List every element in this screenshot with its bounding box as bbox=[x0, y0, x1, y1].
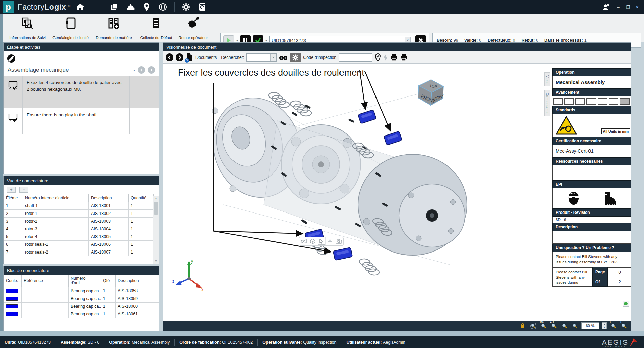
documents-icon[interactable]: 3 bbox=[186, 53, 193, 62]
view-cube[interactable]: TOP FRONT RIGHT bbox=[413, 73, 450, 108]
operator-feedback-button[interactable]: Retour opérateur bbox=[172, 17, 215, 40]
spin-up-icon[interactable]: ▲ bbox=[602, 323, 606, 326]
column-header[interactable]: Éléme... bbox=[4, 194, 23, 202]
hardhat-icon[interactable] bbox=[126, 3, 135, 11]
scroll-down-arrow[interactable]: ▼ bbox=[153, 258, 159, 264]
table-row[interactable]: Bearing cap ca...1AIS-18059 bbox=[4, 295, 159, 303]
no-entry-icon[interactable] bbox=[7, 54, 16, 63]
device-sync-icon[interactable] bbox=[198, 3, 207, 11]
page-label: Page bbox=[592, 267, 608, 277]
column-header[interactable]: Référence bbox=[22, 275, 69, 287]
scroll-up-arrow[interactable]: ▲ bbox=[153, 196, 159, 201]
inspection-pin-icon[interactable] bbox=[375, 53, 381, 62]
document-canvas[interactable]: Fixer les couvercles des douilles de rou… bbox=[163, 64, 631, 318]
isometric-cube-icon[interactable] bbox=[308, 237, 317, 245]
zoom-in-step-icon[interactable]: ++ bbox=[620, 322, 628, 329]
table-row[interactable]: 1shaft-1AIS-180011 bbox=[4, 202, 154, 210]
step-group-row[interactable]: Assemblage mecanique ▾ bbox=[4, 64, 159, 76]
activity-row[interactable]: Ensure there is no play in the shaft bbox=[4, 108, 159, 134]
column-header[interactable]: Quantité bbox=[129, 194, 154, 202]
home-icon[interactable] bbox=[76, 3, 85, 11]
zoom-spinner[interactable]: ▲▼ bbox=[602, 322, 607, 329]
zoom-all-icon[interactable]: ALL bbox=[550, 322, 558, 329]
activity-row[interactable]: Fixez les 4 couvercles de douille de pal… bbox=[4, 76, 159, 108]
resources-value bbox=[552, 165, 631, 180]
table-row[interactable]: 5rotor-4AIS-180051 bbox=[4, 233, 154, 241]
table-row[interactable]: 2rotor-1AIS-180021 bbox=[4, 210, 154, 218]
print-preview-icon[interactable] bbox=[400, 54, 407, 61]
column-header[interactable]: Coule... bbox=[4, 275, 22, 287]
table-row[interactable]: 3rotor-2AIS-180031 bbox=[4, 218, 154, 225]
tab-vues[interactable]: Vues bbox=[544, 72, 550, 86]
zoom-window-icon[interactable] bbox=[529, 322, 537, 329]
table-row[interactable]: Bearing cap ca...1AIS-18060 bbox=[4, 303, 159, 310]
zoom-out-icon[interactable]: − bbox=[561, 322, 568, 329]
next-step-button[interactable] bbox=[148, 66, 155, 74]
zoom-100-icon[interactable]: 100 bbox=[540, 322, 547, 329]
settings-gear-icon[interactable] bbox=[182, 3, 190, 11]
view-orientation-icon[interactable] bbox=[299, 237, 308, 245]
progress-cell bbox=[586, 98, 596, 105]
restore-button[interactable]: ❐ bbox=[623, 5, 633, 10]
table-scrollbar[interactable]: ▲ ▼ bbox=[153, 196, 159, 264]
tab-composants[interactable]: Composants bbox=[544, 90, 550, 116]
search-dropdown[interactable]: ˅ bbox=[246, 53, 277, 62]
minimize-button[interactable]: – bbox=[614, 5, 623, 10]
column-header[interactable]: Qté bbox=[101, 275, 116, 287]
column-header[interactable]: Numéro d'arti... bbox=[69, 275, 101, 287]
collapse-all-button[interactable]: − bbox=[19, 187, 28, 193]
print-icon[interactable] bbox=[390, 54, 398, 61]
safety-boot-icon bbox=[603, 191, 618, 206]
defect-collection-button[interactable]: Collecte du Défaut bbox=[135, 17, 178, 40]
zoom-percent-input[interactable] bbox=[581, 322, 599, 329]
expand-all-button[interactable]: + bbox=[7, 187, 16, 193]
table-row[interactable]: 4rotor-3AIS-180041 bbox=[4, 225, 154, 233]
axis-y-label: y bbox=[191, 259, 193, 264]
zoom-in-icon[interactable]: + bbox=[610, 322, 617, 329]
viewer-settings-button[interactable] bbox=[290, 53, 301, 62]
close-button[interactable]: ✕ bbox=[633, 5, 642, 10]
inspection-code-input[interactable] bbox=[339, 53, 372, 62]
panel-title: Étape et activités bbox=[7, 45, 40, 50]
column-header[interactable]: Numéro interne d'article bbox=[23, 194, 89, 202]
binoculars-icon[interactable] bbox=[279, 55, 288, 60]
material-request-button[interactable]: Demande de matière bbox=[92, 17, 135, 40]
status-indicator-button[interactable] bbox=[623, 301, 629, 307]
toolbar-button-label: Demande de matière bbox=[96, 36, 132, 40]
zoom-lock-icon[interactable] bbox=[519, 322, 526, 329]
location-pin-icon[interactable] bbox=[142, 3, 151, 11]
scroll-thumb[interactable] bbox=[154, 202, 158, 215]
forward-button[interactable] bbox=[176, 53, 183, 61]
viewer-toolbar: 3 Documents Rechercher: ˅ Code d'inspect… bbox=[163, 51, 631, 64]
column-header[interactable]: Description bbox=[116, 275, 159, 287]
complete-dropdown-caret[interactable]: ▾ bbox=[265, 39, 267, 42]
product-revision-header: Produit - Revision bbox=[552, 208, 631, 217]
select-cursor-icon[interactable] bbox=[317, 237, 326, 245]
toolbar-button-label: Retour opérateur bbox=[179, 36, 208, 40]
activity-status-cell bbox=[130, 76, 159, 108]
zoom-out-step-icon[interactable]: − bbox=[571, 322, 578, 329]
group-collapse-caret[interactable]: ▾ bbox=[133, 68, 135, 72]
documents-stack-icon[interactable] bbox=[110, 3, 119, 11]
camera-snapshot-icon[interactable] bbox=[334, 237, 343, 245]
table-row[interactable]: 7rotor seals-2AIS-180071 bbox=[4, 248, 154, 256]
prev-step-button[interactable] bbox=[138, 66, 145, 74]
table-row[interactable]: Bearing cap ca...1AIS-18061 bbox=[4, 310, 159, 318]
globe-icon[interactable] bbox=[158, 3, 167, 11]
document-viewer-panel: Visionneuse de document 3 Documents Rech… bbox=[163, 42, 631, 331]
orbit-rotate-icon[interactable] bbox=[326, 237, 334, 245]
column-header[interactable]: Description bbox=[89, 194, 129, 202]
table-row[interactable]: 6rotor seals-1AIS-180061 bbox=[4, 241, 154, 248]
documents-badge: 3 bbox=[185, 58, 189, 63]
search-dropdown-button[interactable]: ˅ bbox=[270, 54, 276, 61]
footer-field: Ordre de fabrication: OF1025457-002 bbox=[179, 340, 253, 345]
back-button[interactable] bbox=[166, 53, 173, 61]
user-logout-icon[interactable] bbox=[601, 3, 610, 11]
spin-down-icon[interactable]: ▼ bbox=[602, 326, 606, 329]
table-cell bbox=[22, 287, 69, 295]
unit-genealogy-button[interactable]: Généalogie de l'unité bbox=[49, 17, 92, 40]
tracking-info-button[interactable]: Informations de Suivi bbox=[6, 17, 49, 40]
table-row[interactable]: Bearing cap ca...1AIS-18058 bbox=[4, 287, 159, 295]
background-strip bbox=[0, 331, 644, 336]
start-dropdown-caret[interactable]: ▾ bbox=[236, 39, 238, 42]
